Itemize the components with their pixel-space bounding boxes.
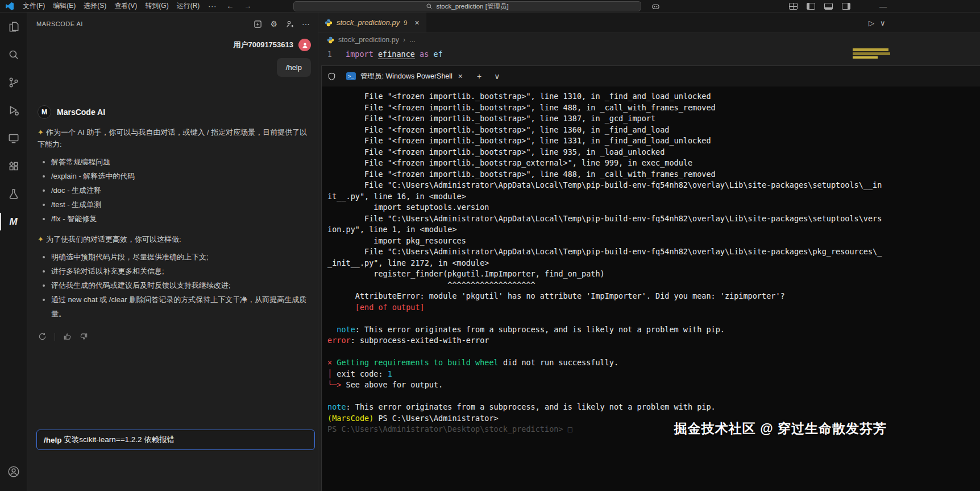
- menu-item[interactable]: 转到(G): [141, 1, 172, 11]
- shield-icon: [327, 72, 336, 81]
- terminal-line: error: subprocess-exited-with-error: [327, 335, 980, 346]
- terminal-line: [327, 313, 980, 324]
- navigate-back-button[interactable]: ←: [221, 2, 239, 10]
- run-debug-icon: [7, 104, 20, 117]
- terminal-line: AttributeError: module 'pkgutil' has no …: [327, 291, 980, 302]
- sidebar-item-source-control[interactable]: [0, 68, 27, 96]
- remote-explorer-icon: [7, 132, 20, 145]
- menu-item[interactable]: 运行(R): [173, 1, 204, 11]
- chat-list-item: /doc - 生成注释: [51, 183, 318, 197]
- minimap-highlight: [853, 52, 890, 55]
- terminal-line: _init__.py", line 2172, in <module>: [327, 258, 980, 269]
- copilot-icon[interactable]: [651, 2, 660, 11]
- terminal-line: │ exit code: 1: [327, 369, 980, 380]
- sidebar-item-testing[interactable]: [0, 180, 27, 208]
- sidebar-item-explorer[interactable]: [0, 13, 27, 40]
- chat-list-item: /fix - 智能修复: [51, 212, 318, 226]
- terminal-line: File "<frozen importlib._bootstrap>", li…: [327, 102, 980, 114]
- extensions-icon: [7, 160, 20, 172]
- chat-list-item: 评估我生成的代码或建议后及时反馈以支持我继续改进;: [51, 278, 318, 292]
- sidebar-item-remote-explorer[interactable]: [0, 124, 27, 152]
- titlebar: 文件(F)编辑(E)选择(S)查看(V)转到(G)运行(R) ··· ← → s…: [0, 0, 980, 13]
- sidebar-item-extensions[interactable]: [0, 152, 27, 180]
- chat-list-item: 解答常规编程问题: [51, 155, 318, 169]
- terminal-line: File "C:\Users\Administrator\AppData\Loc…: [327, 180, 980, 191]
- sidebar-item-run-debug[interactable]: [0, 96, 27, 124]
- terminal-line: File "<frozen importlib._bootstrap>", li…: [327, 91, 980, 102]
- user-message: /help: [277, 58, 311, 77]
- terminal-line: register_finder(pkgutil.ImpImporter, fin…: [327, 269, 980, 280]
- settings-gear-icon[interactable]: ⚙: [270, 19, 277, 28]
- terminal-line: it__.py", line 16, in <module>: [327, 191, 980, 203]
- capabilities-list: 解答常规编程问题/explain - 解释选中的代码/doc - 生成注释/te…: [27, 155, 318, 226]
- menu-item[interactable]: 选择(S): [80, 1, 110, 11]
- terminal-line: import setuptools.version: [327, 202, 980, 213]
- vscode-logo-icon: [5, 2, 14, 11]
- search-icon: [7, 48, 20, 61]
- terminal-profile-dropdown-icon[interactable]: ∨: [490, 72, 504, 81]
- assistant-tips-title: ✦为了使我们的对话更高效，你可以这样做:: [38, 233, 309, 245]
- menu-item[interactable]: 文件(F): [19, 1, 49, 11]
- customize-layout-icon[interactable]: [789, 3, 798, 10]
- layout-controls: [789, 3, 850, 10]
- editor-actions: ▷ ∨: [869, 13, 886, 33]
- terminal-tab-powershell[interactable]: >_ 管理员: Windows PowerShell ×: [340, 68, 468, 84]
- terminal-line: ╰─> See above for output.: [327, 379, 980, 391]
- regenerate-icon[interactable]: [38, 332, 47, 341]
- menubar: 文件(F)编辑(E)选择(S)查看(V)转到(G)运行(R): [19, 1, 204, 11]
- watermark: 掘金技术社区 @ 穿过生命散发芬芳: [674, 420, 887, 438]
- divider: [55, 333, 55, 341]
- sidebar-item-marscode[interactable]: M: [0, 208, 27, 236]
- command-center-search[interactable]: stock_prediction [管理员]: [293, 1, 641, 11]
- toggle-secondary-sidebar-icon[interactable]: [842, 3, 850, 10]
- minimap-highlight: [853, 56, 878, 59]
- toggle-panel-icon[interactable]: [824, 3, 833, 10]
- terminal-line: import pkg_resources: [327, 236, 980, 247]
- chat-list-item: 进行多轮对话以补充更多相关信息;: [51, 264, 318, 278]
- toggle-sidebar-icon[interactable]: [807, 3, 815, 10]
- search-icon: [426, 3, 433, 10]
- editor-tab-bar: stock_prediction.py 9 × ▷ ∨: [318, 13, 980, 33]
- beaker-icon: [7, 188, 20, 200]
- terminal-tab-bar: >_ 管理员: Windows PowerShell × + ∨: [322, 66, 980, 86]
- marscode-icon: M: [9, 216, 17, 228]
- code-line-content: import efinance as ef: [346, 48, 443, 60]
- new-terminal-icon[interactable]: +: [473, 72, 485, 81]
- terminal-line: ^^^^^^^^^^^^^^^^^^^: [327, 280, 980, 291]
- navigate-forward-button[interactable]: →: [239, 2, 256, 10]
- marscode-panel: MARSCODE AI ⚙ ··· 用户70091753613 /help: [27, 13, 318, 491]
- breadcrumb-separator: ›: [403, 36, 405, 44]
- tab-stock-prediction[interactable]: stock_prediction.py 9 ×: [318, 13, 426, 32]
- thumbs-down-icon[interactable]: [80, 332, 88, 341]
- python-file-icon: [325, 19, 333, 27]
- more-actions-icon[interactable]: ···: [302, 19, 310, 28]
- breadcrumb[interactable]: stock_prediction.py › ...: [318, 33, 980, 47]
- breadcrumb-symbol[interactable]: ...: [409, 36, 415, 44]
- tab-close-icon[interactable]: ×: [414, 18, 419, 27]
- new-chat-icon[interactable]: [254, 20, 262, 28]
- terminal-line: File "<frozen importlib._bootstrap>", li…: [327, 125, 980, 136]
- sparkle-icon: ✦: [38, 128, 44, 137]
- minimap[interactable]: [853, 48, 890, 62]
- terminal-close-icon[interactable]: ×: [458, 72, 463, 81]
- profile-icon[interactable]: [285, 20, 294, 28]
- sidebar-item-search[interactable]: [0, 40, 27, 68]
- run-file-icon[interactable]: ▷: [869, 19, 874, 27]
- terminal-line: note: This error originates from a subpr…: [327, 324, 980, 336]
- breadcrumb-file[interactable]: stock_prediction.py: [338, 36, 399, 44]
- menubar-more-button[interactable]: ···: [204, 2, 221, 10]
- account-button[interactable]: [0, 457, 27, 485]
- terminal-line: File "C:\Users\Administrator\AppData\Loc…: [327, 246, 980, 258]
- chat-area: 用户70091753613 /help M MarsCode AI ✦作为一个 …: [27, 39, 318, 341]
- run-dropdown-icon[interactable]: ∨: [880, 19, 886, 27]
- menu-item[interactable]: 编辑(E): [49, 1, 80, 11]
- powershell-icon: >_: [346, 72, 356, 80]
- terminal-line: File "<frozen importlib._bootstrap>", li…: [327, 135, 980, 147]
- menu-item[interactable]: 查看(V): [110, 1, 141, 11]
- user-avatar: [298, 39, 311, 51]
- terminal-line: [327, 346, 980, 358]
- window-title: stock_prediction [管理员]: [436, 2, 508, 11]
- thumbs-up-icon[interactable]: [63, 332, 72, 341]
- chat-input[interactable]: /help 安装scikit-learn==1.2.2 依赖报错: [36, 430, 315, 450]
- window-minimize-button[interactable]: —: [874, 0, 892, 13]
